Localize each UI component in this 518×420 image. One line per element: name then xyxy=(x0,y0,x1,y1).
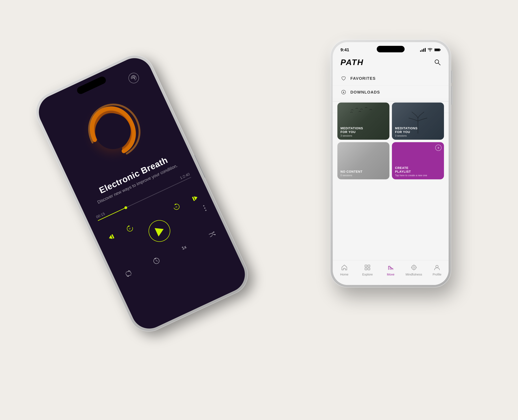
card-sessions-3: 0 sessions xyxy=(340,174,386,177)
progress-thumb[interactable] xyxy=(124,206,128,210)
favorites-label: FAVORITES xyxy=(350,76,376,81)
search-icon[interactable] xyxy=(434,59,441,66)
svg-rect-25 xyxy=(435,49,440,51)
tab-bar: Home Explore xyxy=(333,260,449,285)
tab-explore-label: Explore xyxy=(362,273,373,276)
svg-marker-17 xyxy=(214,233,216,235)
svg-point-26 xyxy=(435,60,439,63)
scene: Electronic Breath Discover new ways to i… xyxy=(58,24,460,396)
card-content-3: NO CONTENT 0 sessions xyxy=(337,167,390,179)
heart-icon xyxy=(340,75,347,82)
signal-icon xyxy=(420,48,426,52)
wifi-icon xyxy=(428,48,433,52)
card-no-content[interactable]: NO CONTENT 0 sessions xyxy=(337,142,390,179)
card-content-4: CREATEPLAYLIST Tap here to create a new … xyxy=(392,164,444,179)
app-header: PATH xyxy=(333,54,449,70)
svg-text:15: 15 xyxy=(128,227,131,230)
card-sessions-2: 3 sessions xyxy=(395,135,441,137)
svg-rect-32 xyxy=(368,268,370,270)
tab-mindfulness[interactable]: Mindfulness xyxy=(406,263,422,276)
svg-rect-31 xyxy=(365,268,367,270)
play-icon xyxy=(155,225,165,237)
replay-15-button[interactable]: 15 xyxy=(123,221,137,236)
card-title-2: MEDITATIONSFOR YOU xyxy=(395,126,441,134)
home-icon xyxy=(340,263,348,271)
menu-item-favorites[interactable]: FAVORITES xyxy=(333,72,449,85)
left-phone: Electronic Breath Discover new ways to i… xyxy=(29,49,254,338)
tab-move[interactable]: Move xyxy=(383,263,398,276)
speed-button[interactable]: 1x xyxy=(177,240,191,255)
card-content-2: MEDITATIONSFOR YOU 3 sessions xyxy=(392,124,444,140)
bottom-controls: 1x xyxy=(121,227,219,281)
tab-explore[interactable]: Explore xyxy=(360,263,375,276)
mindfulness-icon xyxy=(410,263,418,271)
profile-icon xyxy=(433,263,441,271)
tab-profile[interactable]: Profile xyxy=(429,263,445,276)
move-icon xyxy=(387,263,395,271)
skip-back-button[interactable] xyxy=(104,230,119,244)
status-time: 9:41 xyxy=(340,47,349,52)
svg-rect-19 xyxy=(422,50,423,52)
svg-point-35 xyxy=(436,265,438,268)
time-end: 1:2:40 xyxy=(179,172,190,180)
tab-home[interactable]: Home xyxy=(337,263,352,276)
card-meditations-2[interactable]: MEDITATIONSFOR YOU 3 sessions xyxy=(392,103,444,140)
card-sessions-1: 3 sessions xyxy=(340,135,386,137)
menu-item-downloads[interactable]: DOWNLOADS xyxy=(333,85,449,99)
tab-profile-label: Profile xyxy=(433,273,442,276)
more-options-button[interactable] xyxy=(203,205,207,211)
svg-rect-20 xyxy=(423,49,424,52)
forward-15-button[interactable]: 15 xyxy=(169,200,184,214)
svg-text:15: 15 xyxy=(175,206,178,208)
tab-mindfulness-label: Mindfulness xyxy=(405,273,422,276)
svg-rect-30 xyxy=(368,265,370,267)
svg-rect-24 xyxy=(440,49,441,50)
app-logo: PATH xyxy=(340,58,364,67)
tab-home-label: Home xyxy=(340,273,348,276)
side-buttons xyxy=(451,71,453,105)
card-meditations-1[interactable]: MEDITATIONSFOR YOU 3 sessions xyxy=(337,103,390,140)
explore-icon xyxy=(363,263,371,271)
card-create-playlist[interactable]: + CREATEPLAYLIST Tap here to create a ne… xyxy=(392,142,444,179)
svg-marker-16 xyxy=(213,231,215,233)
card-title-1: MEDITATIONSFOR YOU xyxy=(340,126,386,134)
svg-rect-21 xyxy=(425,48,426,52)
card-content-1: MEDITATIONSFOR YOU 3 sessions xyxy=(337,124,390,140)
shuffle-button[interactable] xyxy=(205,227,219,242)
tab-move-label: Move xyxy=(387,273,395,276)
right-phone: 9:41 xyxy=(330,40,451,287)
svg-rect-18 xyxy=(420,51,421,52)
right-phone-screen: 9:41 xyxy=(333,42,449,285)
status-icons xyxy=(420,48,441,52)
svg-point-22 xyxy=(430,51,430,52)
card-subtitle-4: Tap here to create a new one xyxy=(395,174,441,177)
svg-rect-29 xyxy=(365,265,367,267)
cards-grid: MEDITATIONSFOR YOU 3 sessions xyxy=(337,103,444,179)
left-phone-screen: Electronic Breath Discover new ways to i… xyxy=(33,52,251,334)
svg-point-34 xyxy=(413,267,415,268)
svg-point-33 xyxy=(412,265,416,270)
section-divider xyxy=(333,101,449,102)
repeat-button[interactable] xyxy=(121,266,136,281)
card-title-4: CREATEPLAYLIST xyxy=(395,166,441,173)
create-plus-icon: + xyxy=(435,145,442,151)
dynamic-island-right xyxy=(377,46,405,52)
downloads-label: DOWNLOADS xyxy=(350,90,380,95)
battery-icon xyxy=(434,48,441,52)
card-title-3: NO CONTENT xyxy=(340,170,386,173)
download-icon xyxy=(340,89,347,95)
speed-label: 1x xyxy=(181,244,188,251)
timer-button[interactable] xyxy=(149,253,164,268)
skip-forward-button[interactable] xyxy=(188,191,202,205)
svg-marker-8 xyxy=(174,203,177,205)
svg-rect-15 xyxy=(154,258,156,259)
